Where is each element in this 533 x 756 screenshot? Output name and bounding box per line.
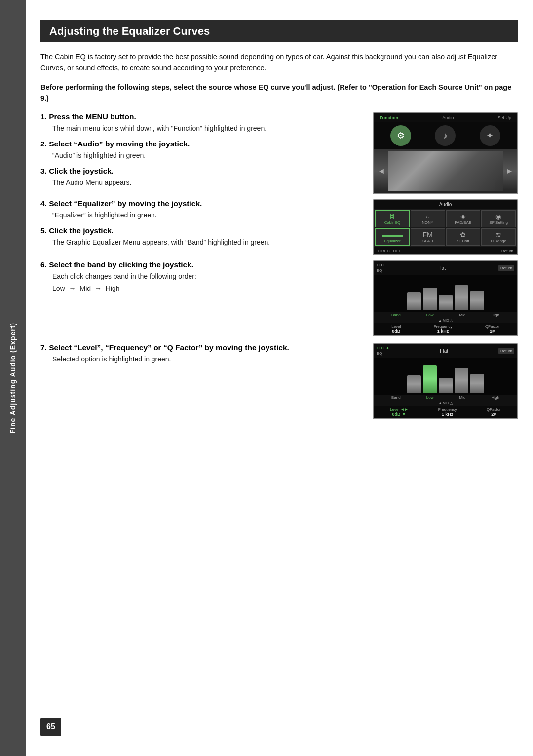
s2-sfcoff-icon: ✿ bbox=[447, 231, 480, 239]
step-6-text: 6. Select the band by clicking the joyst… bbox=[40, 260, 365, 336]
s4-mid-indicator-text: ◄ MID △ bbox=[438, 401, 453, 405]
step-3-num: 3. bbox=[40, 167, 49, 175]
s1-function-label: Function bbox=[380, 115, 398, 120]
s4-low-label: Low bbox=[426, 396, 434, 400]
s3-band-label: Band bbox=[391, 313, 401, 317]
step-4-num: 4. bbox=[40, 199, 49, 208]
step-7-text: 7. Select “Level”, “Frequency” or “Q Fac… bbox=[40, 343, 365, 419]
steps-4-5-text: 4. Select “Equalizer” by moving the joys… bbox=[40, 199, 365, 255]
step-2-label: Select “Audio” by moving the joystick. bbox=[49, 140, 190, 148]
screen-1-col: Function Audio Set Up ⚙ ♪ ✦ ◄ ► bbox=[365, 112, 518, 194]
s3-eq-minus: EQ- bbox=[377, 268, 384, 273]
s2-sla-icon: FM bbox=[412, 231, 444, 239]
s3-qfactor-label: QFactor bbox=[485, 324, 499, 329]
s4-level-param: Level ◄► 0dB ▼ bbox=[390, 407, 408, 417]
s2-drange-icon: ≋ bbox=[482, 231, 515, 239]
sidebar: Fine Adjusting Audio (Expert) bbox=[0, 0, 26, 756]
sidebar-label: Fine Adjusting Audio (Expert) bbox=[9, 323, 17, 434]
s2-cell-drange: ≋ D.Range bbox=[481, 228, 516, 246]
s3-freq-param: Frequency 1 kHz bbox=[434, 324, 453, 334]
page-title: Adjusting the Equalizer Curves bbox=[40, 20, 518, 42]
s3-level-val: 0dB bbox=[391, 329, 401, 334]
s2-equalizer-label: Equalizer bbox=[384, 239, 400, 243]
step-3-body: The Audio Menu appears. bbox=[52, 178, 365, 188]
s2-nony-label: NONY bbox=[422, 220, 433, 225]
screen-4-bars bbox=[374, 358, 517, 395]
step-1-label: Press the MENU button. bbox=[49, 112, 136, 121]
s2-return-label: Return bbox=[501, 249, 513, 253]
s3-freq-val: 1 kHz bbox=[434, 329, 453, 334]
s2-header-label: Audio bbox=[439, 202, 452, 207]
intro-text: The Cabin EQ is factory set to provide t… bbox=[40, 51, 518, 73]
step-6-num: 6. bbox=[40, 260, 49, 269]
s2-sla-label: SLA 0 bbox=[422, 239, 433, 243]
s4-qfactor-label: QFactor bbox=[487, 407, 501, 412]
s1-audio-label: Audio bbox=[442, 115, 454, 120]
step-6-low: Low bbox=[52, 285, 65, 292]
step-4-body: “Equalizer” is highlighted in green. bbox=[52, 210, 365, 220]
s2-cell-cabineq: 🎛 CabinEQ bbox=[375, 210, 410, 227]
s4-eq-plus: EQ+ ▲ bbox=[377, 346, 389, 351]
s4-freq-val: 1 kHz bbox=[438, 412, 457, 417]
screen-1: Function Audio Set Up ⚙ ♪ ✦ ◄ ► bbox=[373, 112, 518, 194]
s3-return-button[interactable]: Return bbox=[498, 265, 514, 271]
s3-qfactor-param: QFactor 2# bbox=[485, 324, 499, 334]
s3-level-param: Level 0dB bbox=[391, 324, 401, 334]
step-6-arrow1: → bbox=[69, 284, 76, 294]
screen-3-top: EQ+ EQ- Flat Return bbox=[374, 261, 517, 275]
s4-freq-param: Frequency 1 kHz bbox=[438, 407, 457, 417]
s3-eq-plus: EQ+ bbox=[377, 263, 384, 268]
steps-4-5-group: 4. Select “Equalizer” by moving the joys… bbox=[40, 199, 518, 255]
screen-3: EQ+ EQ- Flat Return Band Low bbox=[373, 260, 518, 336]
step-1-body: The main menu icons whirl down, with "Fu… bbox=[52, 123, 365, 134]
screen-1-top-bar: Function Audio Set Up bbox=[374, 113, 517, 122]
steps-1-3-text: 1. Press the MENU button. The main menu … bbox=[40, 112, 365, 194]
s1-audio-icon: ♪ bbox=[435, 125, 456, 146]
s2-cell-sfcoff: ✿ SFCoff bbox=[446, 228, 481, 246]
step-7-num: 7. bbox=[40, 343, 49, 352]
s2-spsetting-label: SP Setting bbox=[489, 220, 508, 225]
s2-fadbae-label: FAD/BAE bbox=[455, 220, 471, 225]
step-1-heading: 1. Press the MENU button. bbox=[40, 112, 365, 121]
screen-3-mid-indicator: ▲ MID △ bbox=[374, 318, 517, 323]
s4-bar-1 bbox=[407, 375, 421, 393]
step-2-body: “Audio” is highlighted in green. bbox=[52, 150, 365, 161]
s4-bar-2 bbox=[423, 365, 437, 393]
screen-2-header: Audio bbox=[374, 200, 517, 209]
page-number: 65 bbox=[40, 718, 61, 736]
step-6-label: Select the band by clicking the joystick… bbox=[49, 260, 193, 269]
s3-bar-5 bbox=[470, 291, 484, 310]
s2-sfcoff-label: SFCoff bbox=[457, 239, 469, 243]
step-5: 5. Click the joystick. The Graphic Equal… bbox=[40, 226, 365, 248]
s2-nony-icon: ○ bbox=[412, 213, 444, 220]
step-4-heading: 4. Select “Equalizer” by moving the joys… bbox=[40, 199, 365, 208]
step-6-group: 6. Select the band by clicking the joyst… bbox=[40, 260, 518, 336]
s4-mid-label: Mid bbox=[459, 396, 466, 400]
step-5-heading: 5. Click the joystick. bbox=[40, 226, 365, 235]
s2-cabineq-label: CabinEQ bbox=[384, 220, 400, 225]
s4-flat-label: Flat bbox=[440, 348, 448, 354]
s3-mid-indicator-text: ▲ MID △ bbox=[438, 319, 453, 322]
s4-band-label: Band bbox=[391, 396, 401, 400]
step-5-body: The Graphic Equalizer Menu appears, with… bbox=[52, 237, 365, 248]
step-4: 4. Select “Equalizer” by moving the joys… bbox=[40, 199, 365, 220]
s4-freq-label: Frequency bbox=[438, 407, 457, 412]
screen-1-preview bbox=[388, 151, 503, 191]
screen-2-grid: 🎛 CabinEQ ○ NONY ◈ FAD/BAE ◉ SP Setting bbox=[374, 209, 517, 247]
step-7-heading: 7. Select “Level”, “Frequency” or “Q Fac… bbox=[40, 343, 365, 352]
step-7-label: Select “Level”, “Frequency” or “Q Factor… bbox=[49, 343, 289, 352]
step-6-mid: Mid bbox=[79, 285, 91, 292]
screen-2: Audio 🎛 CabinEQ ○ NONY ◈ FAD/BAE bbox=[373, 199, 518, 255]
step-6-high: High bbox=[106, 285, 120, 292]
bold-instruction: Before performing the following steps, s… bbox=[40, 82, 518, 104]
bold-instruction-text: Before performing the following steps, s… bbox=[40, 83, 511, 102]
s4-return-button[interactable]: Return bbox=[498, 348, 514, 354]
step-5-label: Click the joystick. bbox=[49, 226, 114, 235]
s4-bar-3 bbox=[439, 378, 453, 393]
step-6-body1: Each click changes band in the following… bbox=[52, 271, 365, 282]
screen-4-mid-indicator: ◄ MID △ bbox=[374, 401, 517, 406]
step-5-num: 5. bbox=[40, 226, 49, 235]
s2-cell-fadbae: ◈ FAD/BAE bbox=[446, 210, 481, 227]
s1-left-arrow-icon: ◄ bbox=[378, 167, 385, 176]
step-6-sequence: Low → Mid → High bbox=[52, 284, 365, 294]
